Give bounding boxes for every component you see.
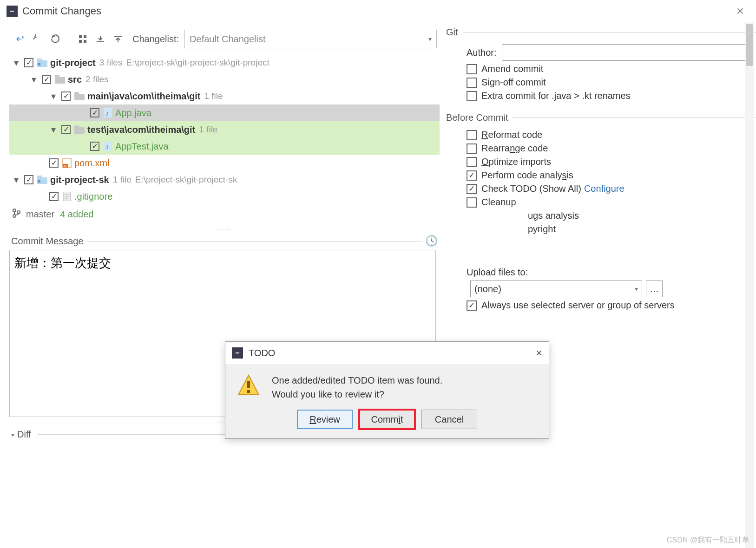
file-count: 1 file xyxy=(204,91,223,101)
group-icon[interactable] xyxy=(75,31,91,47)
analysis-row[interactable]: Perform code analysis xyxy=(467,170,756,181)
checkbox[interactable] xyxy=(467,64,477,74)
file-name: AppTest.java xyxy=(115,141,169,152)
file-name: pom.xml xyxy=(74,158,110,169)
tree-row-app[interactable]: J App.java xyxy=(9,104,440,121)
history-icon[interactable]: 🕓 xyxy=(425,235,438,247)
svg-rect-3 xyxy=(84,35,86,38)
java-file-icon: J xyxy=(103,108,112,117)
checkbox[interactable] xyxy=(467,144,477,154)
branch-icon xyxy=(12,209,20,220)
branch-added: 4 added xyxy=(60,209,93,220)
tree-row-src[interactable]: ▾ src 2 files xyxy=(9,71,440,88)
checkbox[interactable] xyxy=(467,157,477,167)
app-icon xyxy=(7,6,18,17)
checkbox[interactable] xyxy=(467,91,477,101)
project-path: E:\project-sk\git-project-sk xyxy=(135,175,237,185)
refresh-icon[interactable] xyxy=(12,31,28,47)
bugs-row[interactable]: ugs analysis xyxy=(467,210,756,221)
splitter[interactable]: :::::: xyxy=(9,224,440,232)
svg-rect-15 xyxy=(74,127,85,134)
toolbar: Changelist: Default Changelist ▾ xyxy=(9,26,440,54)
checkbox[interactable] xyxy=(42,75,51,84)
path-name: test\java\com\itheima\git xyxy=(87,124,195,135)
copyright-row[interactable]: pyright xyxy=(467,224,756,235)
chevron-down-icon[interactable]: ▾ xyxy=(49,91,58,102)
author-input[interactable] xyxy=(502,44,746,61)
checkbox[interactable] xyxy=(467,197,477,208)
svg-rect-9 xyxy=(55,77,65,84)
scrollbar[interactable] xyxy=(745,22,754,548)
tree-row-test[interactable]: ▾ test\java\com\itheima\git 1 file xyxy=(9,121,440,138)
extra-row[interactable]: Extra commit for .java > .kt renames xyxy=(467,91,756,101)
module-icon xyxy=(37,59,47,67)
chevron-down-icon: ▾ xyxy=(635,285,638,293)
expand-icon[interactable] xyxy=(92,31,108,47)
undo-icon[interactable] xyxy=(30,31,46,47)
browse-button[interactable]: … xyxy=(646,281,663,297)
tree-row-apptest[interactable]: J AppTest.java xyxy=(9,138,440,155)
checkbox[interactable] xyxy=(49,192,59,201)
xml-file-icon: <> xyxy=(62,158,72,168)
before-commit-group: Before Commit xyxy=(446,112,756,123)
reformat-row[interactable]: Reformat code xyxy=(467,130,756,140)
svg-rect-33 xyxy=(236,352,239,353)
checkbox[interactable] xyxy=(61,125,71,134)
module-icon xyxy=(37,176,47,184)
svg-rect-24 xyxy=(38,180,40,183)
redo-icon[interactable] xyxy=(47,31,63,47)
file-count: 1 file xyxy=(199,124,217,135)
chevron-down-icon[interactable]: ▾ xyxy=(12,174,20,185)
svg-rect-16 xyxy=(74,125,79,128)
optimize-row[interactable]: Optimize imports xyxy=(467,157,756,167)
tree-row-project1[interactable]: ▾ git-project 3 files E:\project-sk\git-… xyxy=(9,54,440,71)
rearrange-row[interactable]: Rearrange code xyxy=(467,143,756,154)
divider xyxy=(69,33,69,46)
always-row[interactable]: Always use selected server or group of s… xyxy=(467,300,756,311)
close-icon[interactable]: × xyxy=(731,4,749,19)
checkbox[interactable] xyxy=(61,91,71,101)
file-count: 3 files xyxy=(99,58,123,68)
close-icon[interactable]: × xyxy=(536,346,542,359)
tree-row-pom[interactable]: <> pom.xml xyxy=(9,155,440,171)
svg-rect-35 xyxy=(247,390,250,393)
upload-select[interactable]: (none) ▾ xyxy=(470,281,642,297)
collapse-icon[interactable] xyxy=(110,31,126,47)
chevron-down-icon[interactable]: ▾ xyxy=(12,57,20,68)
checkbox[interactable] xyxy=(467,184,477,194)
configure-link[interactable]: Configure xyxy=(584,183,625,194)
checkbox[interactable] xyxy=(24,175,33,184)
dialog-title: TODO xyxy=(249,348,275,359)
checkbox[interactable] xyxy=(49,158,59,168)
checkbox[interactable] xyxy=(467,300,477,311)
tree-row-main[interactable]: ▾ main\java\com\itheima\git 1 file xyxy=(9,88,440,104)
todo-row[interactable]: Check TODO (Show All)Configure xyxy=(467,183,756,194)
tree-row-project2[interactable]: ▾ git-project-sk 1 file E:\project-sk\gi… xyxy=(9,171,440,188)
cancel-button[interactable]: Cancel xyxy=(421,410,477,429)
svg-rect-23 xyxy=(37,176,42,178)
commit-button[interactable]: Commit xyxy=(359,410,415,429)
author-row: Author: xyxy=(467,44,756,61)
review-button[interactable]: Review xyxy=(297,410,353,429)
chevron-down-icon: ▾ xyxy=(11,431,14,438)
checkbox[interactable] xyxy=(467,170,477,181)
checkbox[interactable] xyxy=(90,142,99,151)
amend-row[interactable]: Amend commit xyxy=(467,64,756,74)
signoff-row[interactable]: Sign-off commit xyxy=(467,77,756,88)
checkbox[interactable] xyxy=(24,58,33,67)
checkbox[interactable] xyxy=(467,130,477,140)
window-title: Commit Changes xyxy=(22,5,101,17)
scroll-thumb[interactable] xyxy=(746,24,753,66)
svg-text:<>: <> xyxy=(63,164,67,168)
tree-row-gitignore[interactable]: .gitignore xyxy=(9,188,440,205)
chevron-down-icon[interactable]: ▾ xyxy=(30,74,38,85)
svg-rect-1 xyxy=(10,11,14,12)
changelist-select[interactable]: Default Changelist ▾ xyxy=(184,30,437,48)
titlebar: Commit Changes × xyxy=(0,0,756,22)
checkbox[interactable] xyxy=(90,108,99,117)
svg-text:J: J xyxy=(105,111,108,117)
checkbox[interactable] xyxy=(467,78,477,88)
svg-rect-2 xyxy=(79,35,82,38)
chevron-down-icon[interactable]: ▾ xyxy=(49,124,58,135)
cleanup-row[interactable]: Cleanup xyxy=(467,197,756,208)
